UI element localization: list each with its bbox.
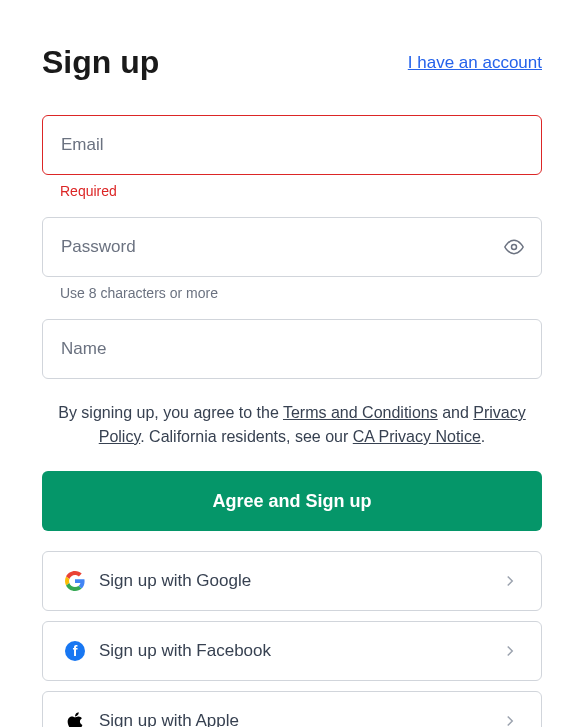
header: Sign up I have an account [42,44,542,81]
page-title: Sign up [42,44,159,81]
name-field-group [42,319,542,379]
chevron-right-icon [501,572,519,590]
google-label: Sign up with Google [99,571,501,591]
agreement-ca-prefix: . California residents, see our [140,428,353,445]
password-hint: Use 8 characters or more [42,285,542,301]
signup-form: Sign up I have an account Required Use 8… [0,0,584,727]
google-icon [65,571,85,591]
have-account-link[interactable]: I have an account [408,53,542,73]
google-signup-button[interactable]: Sign up with Google [42,551,542,611]
email-error: Required [42,183,542,199]
name-field[interactable] [42,319,542,379]
apple-signup-button[interactable]: Sign up with Apple [42,691,542,727]
ca-notice-link[interactable]: CA Privacy Notice [353,428,481,445]
eye-icon[interactable] [504,237,524,257]
facebook-signup-button[interactable]: f Sign up with Facebook [42,621,542,681]
agreement-suffix: . [481,428,485,445]
apple-icon [65,711,85,727]
chevron-right-icon [501,712,519,727]
terms-link[interactable]: Terms and Conditions [283,404,438,421]
chevron-right-icon [501,642,519,660]
email-field-group: Required [42,115,542,199]
agreement-text: By signing up, you agree to the Terms an… [42,401,542,449]
email-field[interactable] [42,115,542,175]
facebook-icon: f [65,641,85,661]
agreement-prefix: By signing up, you agree to the [58,404,283,421]
password-field-group: Use 8 characters or more [42,217,542,301]
agreement-and: and [438,404,474,421]
apple-label: Sign up with Apple [99,711,501,727]
agree-signup-button[interactable]: Agree and Sign up [42,471,542,531]
facebook-label: Sign up with Facebook [99,641,501,661]
svg-point-0 [512,245,517,250]
password-field[interactable] [42,217,542,277]
